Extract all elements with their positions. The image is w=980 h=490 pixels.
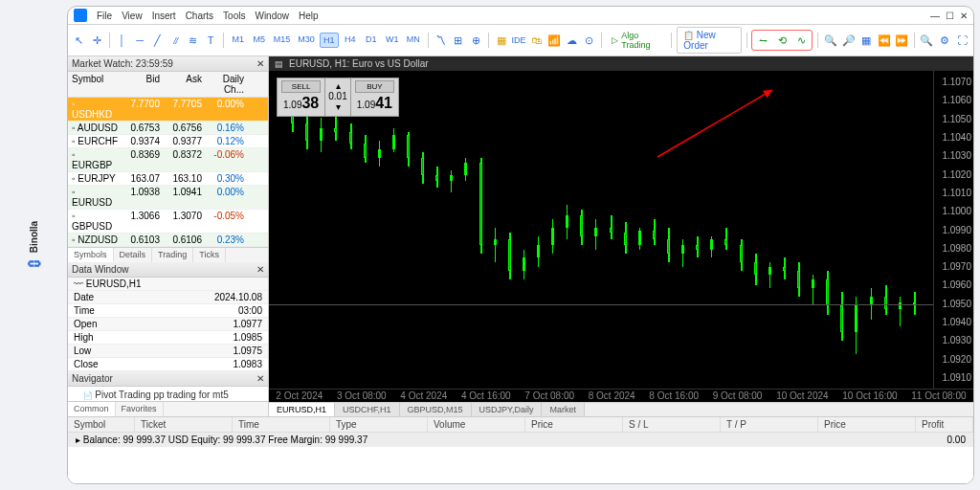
- terminal-panel: SymbolTicketTimeTypeVolumePriceS / LT / …: [68, 416, 973, 483]
- panel-close-icon[interactable]: ✕: [256, 58, 264, 69]
- term-col[interactable]: Price: [525, 417, 623, 432]
- app-window: File View Insert Charts Tools Window Hel…: [67, 6, 974, 484]
- term-col[interactable]: Time: [233, 417, 330, 432]
- lot-down-icon[interactable]: ▾: [336, 101, 341, 112]
- col-symbol[interactable]: Symbol: [68, 73, 122, 96]
- step-back-icon[interactable]: ⏪: [877, 32, 892, 49]
- menu-help[interactable]: Help: [299, 11, 319, 21]
- term-col[interactable]: Profit: [916, 417, 973, 432]
- tf-M1[interactable]: M1: [229, 33, 248, 48]
- lot-up-icon[interactable]: ▴: [336, 80, 341, 91]
- market-watch-row[interactable]: ◦ EURCHF0.93740.93770.12%: [68, 135, 268, 148]
- close-icon[interactable]: ✕: [960, 11, 968, 21]
- vps-icon[interactable]: ☁: [564, 32, 579, 49]
- market-watch-row[interactable]: ◦ AUDUSD0.67530.67560.16%: [68, 122, 268, 135]
- tab-usdjpy-daily[interactable]: USDJPY,Daily: [472, 403, 543, 416]
- lot-input[interactable]: 0.01: [328, 91, 346, 101]
- menu-insert[interactable]: Insert: [152, 11, 176, 21]
- market-watch-row[interactable]: ◦ GBPUSD1.30661.3070-0.05%: [68, 210, 268, 234]
- zoom-in-icon[interactable]: 🔍: [823, 32, 838, 49]
- menu-window[interactable]: Window: [255, 11, 289, 21]
- signals-icon[interactable]: 📶: [546, 32, 562, 49]
- profit-value: 0.00: [947, 434, 966, 445]
- tab-common[interactable]: Common: [68, 402, 116, 416]
- tab-eurusd-h1[interactable]: EURUSD,H1: [269, 403, 335, 416]
- one-click-trading-panel: SELL 1.0938 ▴ 0.01 ▾ BUY 1.0941: [277, 78, 399, 117]
- col-ask[interactable]: Ask: [164, 73, 206, 96]
- chart-line-icon[interactable]: ∿: [792, 32, 810, 49]
- tab-ticks[interactable]: Ticks: [193, 248, 226, 262]
- bar-chart-icon[interactable]: ⊞: [451, 32, 466, 49]
- menu-tools[interactable]: Tools: [223, 11, 245, 21]
- market-watch-row[interactable]: ◦ NZDUSD0.61030.61060.23%: [68, 234, 268, 247]
- tf-M5[interactable]: M5: [250, 33, 269, 48]
- sell-button[interactable]: SELL: [281, 80, 321, 93]
- navigator-tree[interactable]: Pivot Trading pp trading for mt5Supply a…: [68, 387, 268, 401]
- step-fwd-icon[interactable]: ⏩: [894, 32, 909, 49]
- minimize-icon[interactable]: —: [930, 11, 940, 21]
- menu-file[interactable]: File: [97, 11, 112, 21]
- col-bid[interactable]: Bid: [122, 73, 164, 96]
- tf-MN[interactable]: MN: [404, 33, 423, 48]
- auto-scroll-icon[interactable]: ⟲: [773, 32, 791, 49]
- term-col[interactable]: Symbol: [68, 417, 135, 432]
- indicator-icon[interactable]: ⊕: [469, 32, 484, 49]
- menu-charts[interactable]: Charts: [186, 11, 213, 21]
- tf-W1[interactable]: W1: [383, 33, 402, 48]
- fullscreen-icon[interactable]: ⛶: [955, 32, 970, 49]
- fibo-icon[interactable]: ≋: [186, 32, 201, 49]
- settings-icon[interactable]: ⚙: [937, 32, 952, 49]
- col-change[interactable]: Daily Ch...: [206, 73, 248, 96]
- tf-D1[interactable]: D1: [362, 33, 381, 48]
- market-watch-row[interactable]: ◦ EURGBP0.83690.8372-0.06%: [68, 148, 268, 172]
- mql5-icon[interactable]: ⊙: [582, 32, 597, 49]
- shift-end-icon[interactable]: ⥊: [754, 32, 771, 49]
- ide-icon[interactable]: ▦: [494, 32, 509, 49]
- chart-panel[interactable]: ▤ EURUSD, H1: Euro vs US Dollar SELL 1.0…: [269, 56, 973, 416]
- term-col[interactable]: S / L: [623, 417, 721, 432]
- tab-details[interactable]: Details: [114, 248, 153, 262]
- term-col[interactable]: Type: [330, 417, 428, 432]
- term-col[interactable]: Ticket: [135, 417, 233, 432]
- zoom-out-icon[interactable]: 🔎: [841, 32, 857, 49]
- grid-icon[interactable]: ▦: [858, 32, 874, 49]
- search-icon[interactable]: 🔍: [920, 32, 935, 49]
- ide-label[interactable]: IDE: [511, 35, 525, 45]
- tab-usdchf-h1[interactable]: USDCHF,H1: [335, 403, 400, 416]
- market-icon[interactable]: 🛍: [528, 32, 544, 49]
- vline-icon[interactable]: │: [115, 32, 130, 49]
- tf-H1[interactable]: H1: [320, 33, 339, 48]
- panel-close-icon[interactable]: ✕: [256, 264, 264, 275]
- tf-H4[interactable]: H4: [341, 33, 360, 48]
- tab-gbpusd-m15[interactable]: GBPUSD,M15: [400, 403, 472, 416]
- market-watch-row[interactable]: ◦ EURUSD1.09381.09410.00%: [68, 186, 268, 210]
- buy-button[interactable]: BUY: [355, 80, 394, 93]
- tab-trading[interactable]: Trading: [152, 248, 193, 262]
- term-col[interactable]: T / P: [721, 417, 818, 432]
- term-col[interactable]: Price: [818, 417, 916, 432]
- hline-icon[interactable]: ─: [132, 32, 147, 49]
- terminal-body[interactable]: [68, 447, 973, 483]
- maximize-icon[interactable]: ☐: [946, 11, 954, 21]
- crosshair-icon[interactable]: ✛: [90, 32, 105, 49]
- terminal-balance-row: ▸ Balance: 99 999.37 USD Equity: 99 999.…: [68, 433, 973, 447]
- tf-M30[interactable]: M30: [295, 33, 318, 48]
- cursor-icon[interactable]: ↖: [72, 32, 87, 49]
- menu-view[interactable]: View: [122, 11, 143, 21]
- channel-icon[interactable]: ⫽: [167, 32, 183, 49]
- new-order-button[interactable]: 📋 New Order: [677, 27, 741, 54]
- market-watch-row[interactable]: ◦ EURJPY163.07163.100.30%: [68, 172, 268, 186]
- tab-market[interactable]: Market: [542, 403, 585, 416]
- tf-M15[interactable]: M15: [271, 33, 294, 48]
- tab-favorites[interactable]: Favorites: [116, 402, 164, 416]
- panel-close-icon[interactable]: ✕: [256, 373, 264, 384]
- text-icon[interactable]: T: [203, 32, 218, 49]
- term-col[interactable]: Volume: [428, 417, 525, 432]
- tab-symbols[interactable]: Symbols: [68, 248, 114, 262]
- algo-trading-button[interactable]: Algo Trading: [607, 29, 666, 52]
- nav-item[interactable]: Pivot Trading pp trading for mt5: [70, 389, 266, 401]
- market-watch-row[interactable]: ◦ USDHKD7.77007.77050.00%: [68, 98, 268, 122]
- line-chart-icon[interactable]: 〽: [434, 32, 449, 49]
- chart-area[interactable]: 1.10701.10601.10501.10401.10301.10201.10…: [269, 71, 973, 389]
- trendline-icon[interactable]: ╱: [150, 32, 166, 49]
